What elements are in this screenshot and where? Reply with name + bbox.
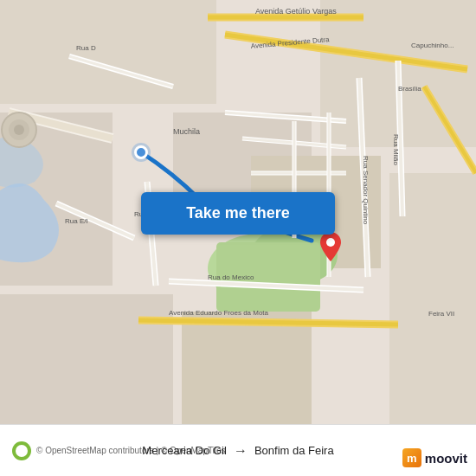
svg-text:Rua Senador Quintino: Rua Senador Quintino <box>362 156 370 225</box>
moovit-text: moovit <box>425 451 467 466</box>
svg-text:Feira VII: Feira VII <box>428 310 454 318</box>
map-container: Avenida Getúlio Vargas Avenida President… <box>0 0 476 424</box>
svg-text:Rua Milão: Rua Milão <box>392 134 400 166</box>
route-info: Mercearia Do Gil → Bonfim da Feira <box>142 443 333 459</box>
svg-point-46 <box>14 125 24 135</box>
svg-text:Avenida Getúlio Vargas: Avenida Getúlio Vargas <box>255 7 337 16</box>
moovit-logo: m moovit <box>402 448 467 467</box>
route-from: Mercearia Do Gil <box>142 444 227 457</box>
svg-rect-1 <box>0 0 216 104</box>
bottom-bar: © OpenStreetMap contributors | © OpenMap… <box>0 424 476 476</box>
svg-rect-6 <box>0 294 173 424</box>
destination-marker <box>320 232 341 260</box>
current-location-marker <box>134 145 148 159</box>
svg-text:Brasília: Brasília <box>398 85 421 93</box>
osm-logo <box>12 441 31 460</box>
take-me-there-button[interactable]: Take me there <box>141 192 335 235</box>
svg-rect-7 <box>182 312 312 424</box>
route-to: Bonfim da Feira <box>254 444 334 457</box>
svg-text:Muchila: Muchila <box>173 127 200 136</box>
svg-point-60 <box>326 238 335 247</box>
svg-text:Rua E/I: Rua E/I <box>65 217 88 225</box>
svg-text:Avenida Eduardo Froes da Mota: Avenida Eduardo Froes da Mota <box>169 309 269 317</box>
svg-text:Rua do Mexico: Rua do Mexico <box>208 273 254 281</box>
moovit-icon: m <box>402 448 421 467</box>
route-arrow-icon: → <box>234 443 248 459</box>
svg-text:Rua D: Rua D <box>76 44 96 52</box>
svg-text:Capuchinho...: Capuchinho... <box>411 42 453 49</box>
